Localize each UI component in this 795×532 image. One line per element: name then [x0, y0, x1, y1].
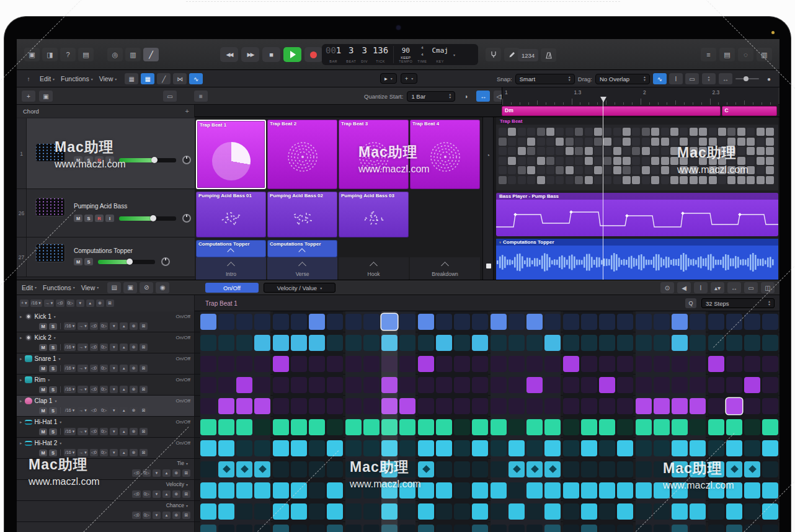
disclosure-icon[interactable]: ▸ — [20, 399, 22, 404]
step-cell[interactable] — [617, 377, 633, 393]
step-cell[interactable] — [363, 335, 380, 351]
step-cell[interactable] — [636, 335, 652, 351]
step-cell[interactable] — [672, 377, 688, 393]
param-cell[interactable] — [654, 461, 670, 477]
zoom-vertical-icon[interactable]: ▴▾ — [711, 282, 724, 293]
pointer-tool-button[interactable]: ▸▾ — [380, 73, 397, 84]
grid-view-icon[interactable]: ▦ — [125, 73, 138, 84]
step-cell[interactable] — [291, 419, 307, 435]
step-cell[interactable] — [672, 440, 688, 456]
add-scene-button[interactable]: + — [22, 91, 35, 102]
step-cell[interactable] — [672, 314, 688, 330]
track-header[interactable]: 1MSRI — [17, 118, 195, 189]
record-button[interactable] — [304, 47, 322, 62]
list-editors-icon[interactable]: ≡ — [701, 48, 716, 61]
step-cell[interactable] — [690, 356, 706, 372]
param-cell[interactable] — [254, 525, 270, 532]
param-cell[interactable] — [200, 461, 216, 477]
step-cell[interactable] — [327, 398, 343, 414]
command-tool-button[interactable]: +▾ — [401, 73, 418, 84]
step-cell[interactable] — [581, 419, 597, 435]
row-control[interactable]: 0▷ — [100, 322, 108, 330]
row-s-button[interactable]: S — [49, 365, 57, 372]
step-cell[interactable] — [327, 419, 343, 435]
step-cell[interactable] — [254, 398, 270, 414]
step-cell[interactable] — [418, 419, 434, 435]
pattern-bar-control[interactable]: ▾ — [76, 299, 84, 307]
drag-dropdown[interactable]: No Overlap▴▾ — [595, 74, 650, 84]
row-control[interactable]: ⊗ — [130, 407, 138, 414]
display-mode-icon[interactable]: ▤ — [719, 48, 735, 61]
step-cell[interactable] — [273, 419, 289, 435]
param-cell[interactable] — [309, 461, 325, 477]
pattern-bar-control[interactable]: /16 ▾ — [30, 299, 42, 307]
param-cell[interactable] — [454, 503, 470, 520]
param-cell[interactable] — [491, 482, 507, 499]
param-cell[interactable] — [200, 482, 216, 499]
step-cell[interactable] — [744, 356, 760, 372]
step-cell[interactable] — [254, 356, 270, 372]
step-input-icon[interactable]: ⊘ — [140, 282, 153, 293]
step-cell[interactable] — [617, 398, 633, 414]
param-cell[interactable] — [345, 525, 362, 532]
step-cell[interactable] — [599, 377, 615, 393]
param-cell[interactable] — [363, 503, 380, 520]
step-cell[interactable] — [544, 419, 561, 435]
step-cell[interactable] — [472, 314, 488, 330]
split-window-icon[interactable]: ◫ — [761, 282, 775, 293]
step-cell[interactable] — [509, 419, 525, 435]
param-control[interactable]: ◁0 — [132, 469, 140, 477]
row-control[interactable]: ⊠ — [140, 322, 148, 330]
track-s-button[interactable]: S — [84, 258, 93, 265]
step-cell[interactable] — [254, 419, 270, 435]
step-cell[interactable] — [744, 419, 760, 435]
param-cell[interactable] — [309, 482, 325, 499]
step-cell[interactable] — [236, 356, 252, 372]
step-cell[interactable] — [654, 440, 670, 456]
row-control[interactable]: 0▷ — [100, 344, 108, 351]
param-cell[interactable] — [436, 461, 452, 477]
param-cell[interactable] — [454, 461, 470, 477]
param-cell[interactable] — [236, 482, 252, 499]
param-cell[interactable] — [291, 525, 307, 532]
pencil-tool-icon[interactable]: ╱ — [157, 73, 171, 84]
row-m-button[interactable]: M — [39, 386, 47, 393]
param-cell[interactable] — [617, 503, 633, 520]
step-cell[interactable] — [345, 377, 362, 393]
step-cell[interactable] — [418, 440, 434, 456]
step-cell[interactable] — [436, 356, 452, 372]
step-cell[interactable] — [399, 314, 415, 330]
step-cell[interactable] — [418, 356, 434, 372]
row-s-button[interactable]: S — [49, 323, 57, 330]
step-cell[interactable] — [399, 377, 415, 393]
track-m-button[interactable]: M — [74, 215, 82, 222]
row-control[interactable]: → ▾ — [78, 344, 87, 351]
param-cell[interactable] — [690, 525, 706, 532]
event-list-icon[interactable]: ≡ — [194, 91, 208, 102]
step-cell[interactable] — [617, 419, 633, 435]
step-cell[interactable] — [636, 398, 652, 414]
swing-icon[interactable]: ◑ — [459, 91, 473, 102]
param-cell[interactable] — [672, 461, 688, 477]
count-in-button[interactable]: 1234 — [518, 49, 538, 61]
step-cell[interactable] — [436, 419, 452, 435]
row-s-button[interactable]: S — [49, 344, 57, 351]
step-cell[interactable] — [273, 335, 289, 351]
step-cell[interactable] — [636, 314, 652, 330]
step-cell[interactable] — [544, 377, 561, 393]
row-control[interactable]: → ▾ — [78, 407, 87, 414]
step-cell[interactable] — [309, 356, 325, 372]
tab-on-off[interactable]: On/Off — [205, 283, 259, 293]
row-s-button[interactable]: S — [49, 407, 57, 414]
step-cell[interactable] — [581, 335, 597, 351]
param-cell[interactable] — [581, 525, 597, 532]
row-name-stepper-icon[interactable]: ▾ — [54, 314, 56, 319]
step-cell[interactable] — [544, 398, 561, 414]
pattern-bar-control[interactable]: ⊠ — [106, 299, 114, 307]
param-name[interactable]: Chance▾ — [166, 502, 188, 508]
loop-cell[interactable]: Pumping Acid Bass 02 — [267, 192, 337, 237]
step-cell[interactable] — [309, 440, 325, 456]
step-cell[interactable] — [291, 335, 307, 351]
step-cell[interactable] — [254, 377, 270, 393]
row-m-button[interactable]: M — [39, 323, 47, 330]
